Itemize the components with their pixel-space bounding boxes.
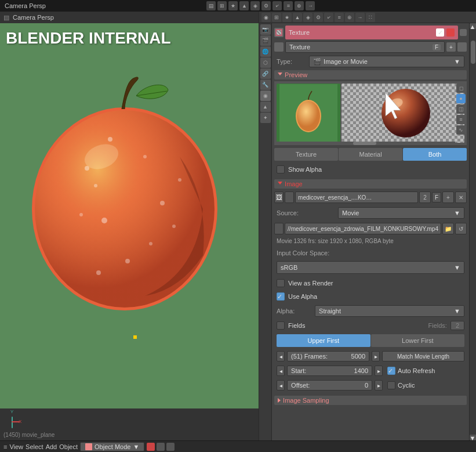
source-dropdown[interactable]: Movie ▼ bbox=[338, 207, 464, 219]
right-icon-4[interactable]: ▲ bbox=[293, 13, 302, 22]
image-icon-2[interactable] bbox=[285, 191, 294, 203]
add-btn[interactable]: Add bbox=[46, 443, 57, 450]
top-icon-10[interactable]: → bbox=[306, 1, 315, 10]
preview-icon-1[interactable]: ◻ bbox=[456, 84, 466, 93]
top-icon-6[interactable]: ⚙ bbox=[261, 1, 271, 10]
top-icon-9[interactable]: ⊕ bbox=[295, 1, 304, 10]
offset-left-btn[interactable]: ◂ bbox=[277, 380, 285, 390]
image-sampling-header[interactable]: Image Sampling bbox=[274, 396, 467, 405]
object-icon[interactable]: ⬡ bbox=[260, 57, 271, 68]
right-icon-6[interactable]: ⚙ bbox=[314, 13, 323, 22]
texture-slot-checkbox[interactable]: ✓ bbox=[436, 28, 444, 37]
scrollbar-thumb[interactable] bbox=[471, 41, 475, 64]
scene-icon[interactable]: 📷 bbox=[260, 24, 271, 35]
render-icon[interactable]: 🎬 bbox=[260, 35, 271, 46]
top-icon-8[interactable]: ≡ bbox=[284, 1, 293, 10]
bottom-icon-1[interactable] bbox=[147, 443, 155, 451]
tab-texture[interactable]: Texture bbox=[274, 148, 338, 161]
tab-lower-first[interactable]: Lower First bbox=[371, 334, 464, 347]
tab-both[interactable]: Both bbox=[403, 148, 467, 161]
top-icon-3[interactable]: ★ bbox=[228, 1, 238, 10]
right-icon-1[interactable]: ◉ bbox=[261, 13, 271, 22]
start-right-btn[interactable]: ▸ bbox=[375, 366, 383, 376]
preview-icon-5[interactable]: ∿ bbox=[456, 125, 466, 135]
frame-number[interactable]: 2 bbox=[419, 191, 431, 203]
right-icon-11[interactable]: ∷ bbox=[366, 13, 375, 22]
alpha-dropdown[interactable]: Straight ▼ bbox=[315, 305, 464, 317]
right-icon-7[interactable]: 🗸 bbox=[324, 13, 333, 22]
bottom-icon-2[interactable] bbox=[157, 443, 165, 451]
top-icon-2[interactable]: ⊞ bbox=[217, 1, 227, 10]
top-icon-7[interactable]: 🗸 bbox=[272, 1, 282, 10]
top-icon-4[interactable]: ▲ bbox=[239, 1, 249, 10]
preview-left[interactable] bbox=[277, 84, 340, 143]
type-dropdown[interactable]: 🎬 Image or Movie ▼ bbox=[309, 56, 464, 67]
texture-slot-red-btn[interactable] bbox=[446, 28, 455, 37]
preview-icon-4[interactable]: ≡ bbox=[456, 115, 466, 124]
image-icon[interactable]: 🖼 bbox=[274, 191, 284, 203]
select-btn[interactable]: Select bbox=[26, 443, 43, 450]
view-as-render-checkbox[interactable] bbox=[277, 279, 285, 287]
fields-value-field[interactable]: 2 bbox=[450, 321, 464, 330]
offset-field[interactable]: Offset: 0 bbox=[287, 380, 372, 390]
mode-selector[interactable]: Object Mode ▼ bbox=[80, 442, 144, 451]
frames-left-btn[interactable]: ◂ bbox=[277, 351, 285, 361]
preview-right[interactable] bbox=[341, 84, 464, 143]
preview-icon-3[interactable]: ◫ bbox=[456, 104, 466, 114]
constraints-icon[interactable]: 🔗 bbox=[260, 68, 271, 79]
texture-del-btn[interactable] bbox=[457, 42, 467, 52]
preview-section-header[interactable]: Preview bbox=[274, 70, 467, 79]
viewport-content[interactable]: BLENDER INTERNAL bbox=[0, 23, 259, 408]
tab-material[interactable]: Material bbox=[339, 148, 402, 161]
right-icon-2[interactable]: ⊞ bbox=[272, 13, 281, 22]
tab-upper-first[interactable]: Upper First bbox=[277, 334, 370, 347]
preview-icon-sphere[interactable]: ● bbox=[456, 94, 466, 103]
bottom-icon-3[interactable] bbox=[166, 443, 175, 451]
texture-f-btn[interactable]: F bbox=[433, 44, 441, 50]
world-icon[interactable]: 🌐 bbox=[260, 46, 271, 57]
open-file-btn[interactable]: 📁 bbox=[442, 223, 454, 234]
right-icon-9[interactable]: ⊕ bbox=[345, 13, 354, 22]
bottom-icon[interactable]: ≡ bbox=[3, 443, 7, 450]
start-field[interactable]: Start: 1400 bbox=[287, 366, 372, 376]
start-left-btn[interactable]: ◂ bbox=[277, 366, 285, 376]
top-icon-1[interactable]: ▤ bbox=[206, 1, 216, 10]
material-icon[interactable]: ◉ bbox=[260, 91, 271, 101]
top-icon-5[interactable]: ◈ bbox=[250, 1, 260, 10]
right-icon-8[interactable]: ≡ bbox=[335, 13, 344, 22]
texture-slot[interactable]: Texture ✓ bbox=[285, 26, 458, 39]
preview-scrollbar[interactable] bbox=[274, 142, 455, 145]
modifier-icon[interactable]: 🔧 bbox=[260, 79, 271, 90]
texture-slot-icon[interactable] bbox=[274, 28, 284, 37]
color-space-dropdown[interactable]: sRGB ▼ bbox=[277, 261, 464, 274]
offset-right-btn[interactable]: ▸ bbox=[375, 380, 383, 390]
match-movie-btn[interactable]: Match Movie Length bbox=[382, 351, 464, 361]
texture-add-btn[interactable]: + bbox=[446, 42, 456, 52]
data-icon[interactable]: ▲ bbox=[260, 102, 271, 112]
right-icon-3[interactable]: ★ bbox=[282, 13, 292, 22]
texture-scrollbar-up[interactable] bbox=[460, 29, 467, 36]
right-icon-5[interactable]: ◈ bbox=[303, 13, 313, 22]
view-btn[interactable]: View bbox=[9, 443, 23, 450]
add-image-btn[interactable]: + bbox=[442, 191, 454, 203]
path-field[interactable]: //medicover_esencja_zdrowia_FILM_KONKURS… bbox=[285, 223, 441, 234]
texture-name-field[interactable]: Texture F bbox=[285, 41, 445, 53]
filename-field[interactable]: medicover_esencja_....KONKURSOWY.mp4 bbox=[295, 191, 418, 203]
frames-right-btn[interactable]: ▸ bbox=[372, 351, 380, 361]
path-icon[interactable] bbox=[274, 223, 284, 234]
del-image-btn[interactable]: ✕ bbox=[455, 191, 467, 203]
fields-checkbox[interactable] bbox=[277, 321, 285, 330]
f-btn[interactable]: F bbox=[432, 192, 441, 203]
image-section-header[interactable]: Image bbox=[274, 179, 467, 189]
scrollbar-down-btn[interactable]: ▼ bbox=[470, 435, 477, 440]
auto-refresh-checkbox[interactable]: ✓ bbox=[387, 367, 395, 375]
right-icon-10[interactable]: → bbox=[355, 13, 365, 22]
preview-scrollbar-thumb[interactable] bbox=[353, 142, 376, 145]
cyclic-checkbox[interactable] bbox=[387, 381, 395, 389]
reload-btn[interactable]: ↺ bbox=[455, 223, 467, 234]
texture-type-icon[interactable] bbox=[274, 42, 284, 52]
particles-icon[interactable]: ✦ bbox=[260, 113, 271, 123]
use-alpha-checkbox[interactable]: ✓ bbox=[277, 292, 285, 301]
object-btn[interactable]: Object bbox=[59, 443, 78, 450]
scrollbar-up-btn[interactable]: ▲ bbox=[470, 23, 477, 29]
